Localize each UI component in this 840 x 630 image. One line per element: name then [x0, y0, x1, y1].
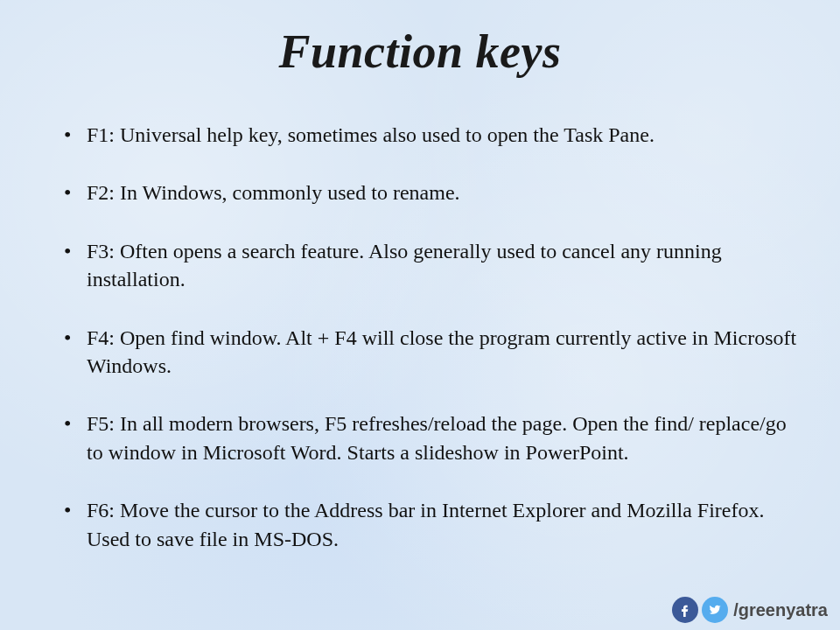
facebook-icon[interactable] [672, 597, 698, 623]
twitter-icon[interactable] [702, 597, 728, 623]
social-handle: /greenyatra [733, 600, 828, 620]
slide-title: Function keys [39, 24, 801, 79]
list-item: F3: Often opens a search feature. Also g… [64, 237, 801, 294]
list-item: F2: In Windows, commonly used to rename. [64, 178, 801, 206]
slide: Function keys F1: Universal help key, so… [0, 0, 840, 630]
list-item: F1: Universal help key, sometimes also u… [64, 121, 801, 149]
list-item: F5: In all modern browsers, F5 refreshes… [64, 410, 801, 466]
footer-social: /greenyatra [672, 597, 828, 623]
list-item: F6: Move the cursor to the Address bar i… [64, 496, 801, 553]
list-item: F4: Open find window. Alt + F4 will clos… [64, 324, 801, 381]
bullet-list: F1: Universal help key, sometimes also u… [39, 121, 801, 553]
